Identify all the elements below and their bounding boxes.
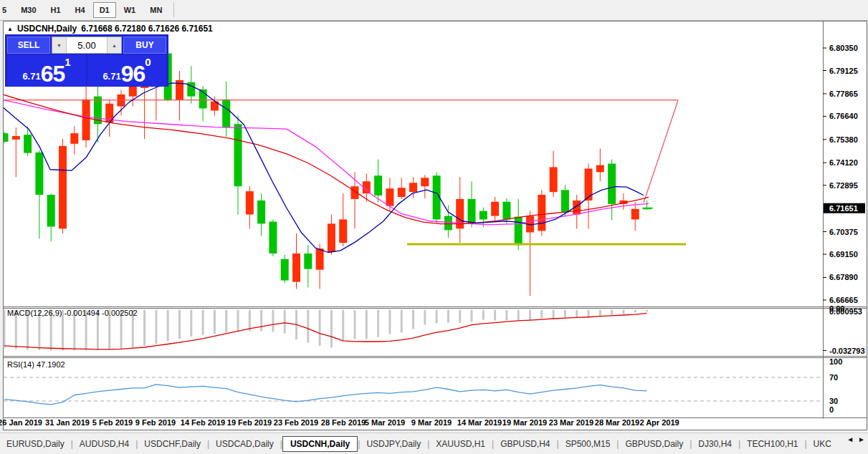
sell-price-box[interactable]: 6.71651 <box>7 55 86 86</box>
price-axis-label: 6.69150 <box>829 250 858 259</box>
chart-window: 6.803506.791256.778656.766406.753806.741… <box>0 20 868 433</box>
date-axis-label: 26 Jan 2019 <box>0 418 42 427</box>
candle-body <box>234 124 242 186</box>
date-axis-label: 2 Apr 2019 <box>639 418 679 427</box>
date-axis-label: 9 Feb 2019 <box>135 418 176 427</box>
symbol-tab-usdjpy[interactable]: USDJPY,Daily <box>360 436 427 452</box>
buy-price-small: 6.71 <box>102 71 120 82</box>
candle-body <box>538 195 545 231</box>
candle-body <box>596 165 604 173</box>
date-axis-label: 31 Jan 2019 <box>45 418 90 427</box>
candle-body <box>374 175 382 195</box>
chart-ohlc-values: 6.71668 6.72180 6.71626 6.71651 <box>81 24 213 34</box>
symbol-tab-usdchf[interactable]: USDCHF,Daily <box>138 436 207 452</box>
date-axis-label: 23 Feb 2019 <box>274 418 318 427</box>
candle-body <box>468 199 476 223</box>
price-axis-label: 6.72895 <box>829 181 858 190</box>
timeframe-button-h4[interactable]: H4 <box>69 2 92 18</box>
volume-decrease-icon[interactable]: ▼ <box>52 37 67 53</box>
candle-body <box>409 183 417 192</box>
timeframe-button-h1[interactable]: H1 <box>44 2 67 18</box>
buy-price-sup: 0 <box>145 56 151 68</box>
price-axis-label: 6.79125 <box>829 67 858 75</box>
date-axis-label: 28 Mar 2019 <box>595 418 639 427</box>
candle-body <box>118 95 125 107</box>
symbol-tab-tech100[interactable]: TECH100,H1 <box>740 436 804 452</box>
candle-body <box>24 135 32 153</box>
candle-body <box>292 253 300 282</box>
price-axis-label: 6.80350 <box>829 44 858 52</box>
rsi-axis-label: 70 <box>829 373 838 382</box>
symbol-tab-bar: EURUSD,Daily|AUDUSD,H4|USDCHF,Daily|USDC… <box>0 433 868 454</box>
date-axis-label: 28 Feb 2019 <box>321 418 366 427</box>
rsi-axis-label: 0 <box>829 405 834 414</box>
rsi-label: RSI(14) 47.1902 <box>7 360 65 369</box>
timeframe-button-d1[interactable]: D1 <box>93 2 116 18</box>
candle-body <box>444 216 452 231</box>
candle-body <box>502 202 510 220</box>
tab-scroll-left-icon[interactable]: ◄ <box>846 435 854 443</box>
candle-body <box>491 202 499 216</box>
candle-body <box>515 217 523 246</box>
candle-body <box>398 188 406 197</box>
rsi-axis-label: 30 <box>829 397 838 405</box>
symbol-tab-gbpusd[interactable]: GBPUSD,H4 <box>494 436 556 452</box>
price-axis-label: 6.75380 <box>829 135 858 144</box>
symbol-tab-usdcad[interactable]: USDCAD,Daily <box>209 436 280 452</box>
chart-symbol-label: USDCNH,Daily <box>17 24 77 34</box>
date-axis-label: 14 Mar 2019 <box>457 418 502 427</box>
symbol-tab-gbpusd[interactable]: GBPUSD,Daily <box>619 436 690 452</box>
macd-label: MACD(12,26,9) -0.001494 -0.002502 <box>7 309 138 317</box>
symbol-tab-audusd[interactable]: AUDUSD,H4 <box>73 436 135 452</box>
candle-body <box>35 153 43 195</box>
symbol-tab-dj30[interactable]: DJ30,H4 <box>692 436 738 452</box>
current-price-label: 6.71651 <box>829 204 858 213</box>
tab-scroll-right-icon[interactable]: ► <box>858 435 865 443</box>
volume-increase-icon[interactable]: ▲ <box>107 37 121 53</box>
macd-axis-max: 0.000953 <box>829 307 862 316</box>
candle-body <box>608 164 616 204</box>
symbol-tab-ukc[interactable]: UKC <box>807 436 838 452</box>
date-axis-label: 5 Mar 2019 <box>365 418 405 427</box>
candle-body <box>631 209 639 220</box>
buy-price-box[interactable]: 6.71960 <box>87 55 166 86</box>
candle-body <box>480 211 487 220</box>
sell-button[interactable]: SELL <box>7 37 50 54</box>
timeframe-button-w1[interactable]: W1 <box>118 2 143 18</box>
candle-body <box>12 136 20 140</box>
candle-body <box>129 86 137 97</box>
buy-price-big: 96 <box>121 63 146 84</box>
rsi-axis-label: 100 <box>829 357 842 366</box>
symbol-tab-sp500[interactable]: SP500,M15 <box>559 436 617 452</box>
candle-body <box>269 222 277 253</box>
candle-body <box>304 253 312 269</box>
sell-price-small: 6.71 <box>22 71 40 82</box>
candle-body <box>70 133 78 144</box>
symbol-tab-usdcnh[interactable]: USDCNH,Daily <box>282 436 358 452</box>
price-axis-label: 6.77865 <box>829 90 858 98</box>
candle-body <box>281 259 289 281</box>
chart-title-row: ▲ USDCNH,Daily 6.71668 6.72180 6.71626 6… <box>7 24 213 34</box>
one-click-trade-panel: SELL ▼ 5.00 ▲ BUY 6.71651 6.71960 <box>6 35 168 86</box>
timeframe-button-mn[interactable]: MN <box>143 2 168 18</box>
price-axis-label: 6.76640 <box>829 112 858 120</box>
timeframe-button-m30[interactable]: M30 <box>14 2 42 18</box>
volume-stepper[interactable]: ▼ 5.00 ▲ <box>52 37 122 54</box>
candle-body <box>59 146 67 228</box>
buy-button[interactable]: BUY <box>123 37 166 54</box>
timeframe-toolbar: 5M30H1H4D1W1MN <box>0 0 868 21</box>
trading-terminal: 5M30H1H4D1W1MN 6.803506.791256.778656.76… <box>0 0 868 454</box>
candle-body <box>421 178 429 186</box>
toolbar-separator <box>173 3 174 17</box>
symbol-tab-eurusd[interactable]: EURUSD,Daily <box>0 436 71 452</box>
date-axis-label: 19 Feb 2019 <box>227 418 272 427</box>
volume-value[interactable]: 5.00 <box>67 37 107 53</box>
sell-price-sup: 1 <box>65 56 70 68</box>
candle-body <box>550 167 558 192</box>
date-axis-label: 9 Mar 2019 <box>411 418 452 427</box>
symbol-tab-xauusd[interactable]: XAUUSD,H1 <box>429 436 492 452</box>
price-axis-label: 6.66665 <box>829 296 858 304</box>
candle-body <box>561 190 569 212</box>
symbol-marker-icon: ▲ <box>7 26 13 32</box>
timeframe-button-5[interactable]: 5 <box>0 2 13 18</box>
